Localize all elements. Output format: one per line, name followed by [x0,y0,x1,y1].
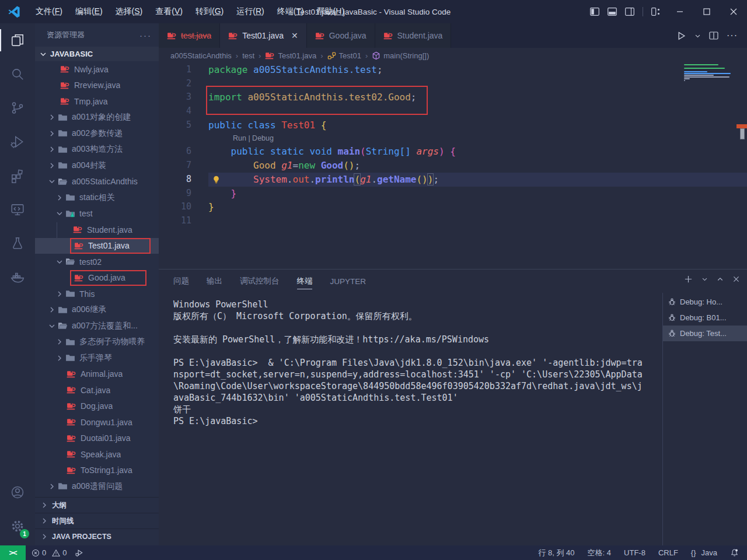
tree-item-a005StaticAndthis[interactable]: a005StaticAndthis [35,174,159,190]
indentation[interactable]: 空格: 4 [588,548,611,558]
code-line-content[interactable] [208,214,747,228]
panel-tab-问题[interactable]: 问题 [173,270,189,293]
source-control-icon[interactable] [0,91,35,125]
extensions-icon[interactable] [0,159,35,192]
more-actions-icon[interactable]: ··· [727,30,738,41]
tree-item-This[interactable]: This [35,286,159,302]
terminal-session-DebugTest[interactable]: Debug: Test... [663,326,747,341]
tree-item-a006[interactable]: a006继承 [35,302,159,318]
tree-item-test[interactable]: test [35,206,159,222]
terminal-dropdown-icon[interactable] [701,276,708,282]
terminal-session-DebugHo[interactable]: Debug: Ho... [663,294,747,310]
tree-item-Speak.java[interactable]: Speak.java [35,446,159,463]
code-line-content[interactable]: public static void main(String[] args) { [208,145,747,159]
tree-item-a002[interactable]: a002参数传递 [35,125,159,142]
tree-item-Animal.java[interactable]: Animal.java [35,366,159,383]
testing-icon[interactable] [0,226,35,260]
tree-item-Tmp.java[interactable]: Tmp.java [35,93,159,110]
minimize-button[interactable] [666,0,693,23]
cursor-position[interactable]: 行 8, 列 40 [538,548,574,558]
menu-文[interactable]: 文件(F) [29,4,69,19]
settings-icon[interactable]: 1 [0,509,35,543]
tree-item-[interactable]: 乐手弹琴 [35,350,159,366]
run-dropdown-icon[interactable] [694,33,701,39]
lightbulb-icon[interactable] [212,175,221,184]
code-editor[interactable]: 1package a005StaticAndthis.test;23import… [159,63,747,269]
maximize-panel-icon[interactable] [717,276,724,283]
tree-item-a008[interactable]: a008遗留问题 [35,478,159,495]
tree-item-Student.java[interactable]: Student.java [35,222,159,238]
workspace-root-header[interactable]: JAVABASIC [35,47,159,61]
code-line-content[interactable] [208,77,747,91]
tree-item-a007...[interactable]: a007方法覆盖和... [35,318,159,334]
tree-item-a004[interactable]: a004封装 [35,158,159,174]
tab-Good.java[interactable]: Good.java [307,23,375,48]
breadcrumb-item-test[interactable]: test [242,51,254,60]
sidebar-section-时间线[interactable]: 时间线 [35,513,159,528]
tree-item-Duotai01.java[interactable]: Duotai01.java [35,430,159,447]
menu-转[interactable]: 转到(G) [189,4,230,19]
account-icon[interactable] [0,475,35,509]
close-tab-icon[interactable]: ✕ [291,31,298,40]
terminal-session-DebugB01[interactable]: Debug: B01... [663,310,747,326]
docker-icon[interactable] [0,260,35,294]
menu-编[interactable]: 编辑(E) [69,4,109,19]
explorer-more-icon[interactable]: ··· [139,30,152,40]
close-panel-icon[interactable] [732,275,740,283]
split-editor-icon[interactable] [709,31,718,40]
eol-sequence[interactable]: CRLF [658,548,678,557]
language-mode[interactable]: {}Java [691,548,717,557]
tree-item-Nwly.java[interactable]: Nwly.java [35,61,159,78]
code-line-content[interactable] [208,104,747,118]
tree-item-Rreview.java[interactable]: Rreview.java [35,78,159,94]
close-button[interactable] [720,0,747,23]
breadcrumb-item-mainString[interactable]: main(String[]) [372,51,429,60]
tree-item-a003[interactable]: a003构造方法 [35,142,159,158]
tree-item-Test01.java[interactable]: Test01.java [35,238,159,254]
code-line-content[interactable]: } [208,200,747,214]
toggle-panel-icon[interactable] [608,8,617,16]
minimap[interactable] [684,64,733,83]
customize-layout-icon[interactable] [651,8,661,16]
code-line-content[interactable]: package a005StaticAndthis.test; [208,63,747,77]
notifications-bell-icon[interactable] [730,548,739,557]
problems-indicator[interactable]: 0 0 [32,548,67,557]
tree-item-Good.java[interactable]: Good.java [35,270,159,286]
code-line-content[interactable]: Good g1=new Good(); [208,159,747,173]
menu-运[interactable]: 运行(R) [230,4,270,19]
panel-tab-输出[interactable]: 输出 [207,270,222,293]
remote-indicator[interactable]: >< [0,545,26,560]
encoding[interactable]: UTF-8 [624,548,645,557]
tree-item-ToString1.java[interactable]: ToString1.java [35,463,159,479]
new-terminal-icon[interactable] [684,275,693,284]
toggle-secondary-sidebar-icon[interactable] [625,8,634,16]
panel-tab-终端[interactable]: 终端 [297,270,313,293]
tree-item-[interactable]: 多态例子动物喂养 [35,334,159,351]
tab-Test01.java[interactable]: Test01.java✕ [220,23,307,48]
tree-item-Dongwu1.java[interactable]: Dongwu1.java [35,414,159,430]
remote-explorer-icon[interactable] [0,192,35,226]
terminal-output[interactable]: Windows PowerShell版权所有（C） Microsoft Corp… [159,293,662,545]
maximize-button[interactable] [693,0,720,23]
panel-tab-JUPYTER[interactable]: JUPYTER [330,270,366,293]
run-button[interactable] [676,31,686,41]
search-icon[interactable] [0,57,35,91]
toggle-sidebar-icon[interactable] [590,8,599,16]
debug-launch-icon[interactable] [75,548,84,557]
tab-test.java[interactable]: test.java [159,23,220,48]
codelens-run-debug[interactable]: Run | Debug [159,132,747,145]
tab-Student.java[interactable]: Student.java [375,23,452,48]
tree-item-test02[interactable]: test02 [35,254,159,270]
breadcrumb-item-Test01.java[interactable]: Test01.java [265,51,316,61]
tree-item-static[interactable]: static相关 [35,190,159,206]
breadcrumb-item-a005StaticAndthis[interactable]: a005StaticAndthis [170,51,232,60]
code-line-content[interactable]: System.out.println(g1.getName()); [208,173,747,187]
tree-item-Dog.java[interactable]: Dog.java [35,398,159,415]
menu-查[interactable]: 查看(V) [149,4,189,19]
sidebar-section-大纲[interactable]: 大纲 [35,497,159,513]
panel-tab-调试控制台[interactable]: 调试控制台 [240,270,280,293]
code-line-content[interactable]: } [208,187,747,201]
tree-item-a001[interactable]: a001对象的创建 [35,110,159,126]
code-line-content[interactable]: import a005StaticAndthis.test02.Good; [208,90,747,104]
run-debug-icon[interactable] [0,125,35,159]
